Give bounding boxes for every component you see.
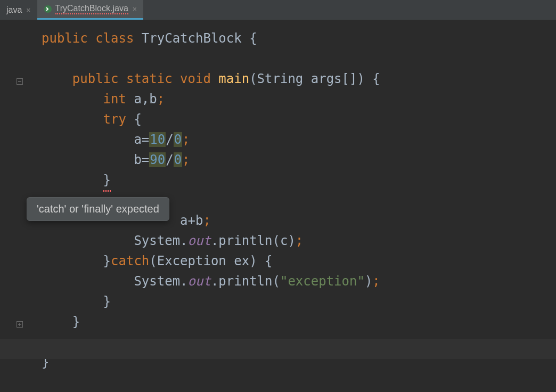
field-out: out [188, 274, 211, 289]
brace-error: } [103, 170, 111, 190]
tab-label: java [6, 5, 22, 15]
keyword-public: public [72, 71, 119, 86]
catch-params: (Exception ex) { [149, 254, 272, 268]
keyword-catch: catch [111, 254, 149, 268]
semicolon: ; [182, 132, 190, 147]
system: System. [134, 233, 187, 248]
assign: b= [134, 152, 149, 167]
java-class-icon [44, 5, 52, 13]
keyword-int: int [103, 92, 126, 107]
fold-collapse-icon[interactable] [16, 78, 23, 85]
method-params: (String args[]) { [249, 71, 380, 86]
semicolon: ; [296, 233, 303, 248]
brace: } [72, 314, 80, 329]
keyword-try: try [103, 112, 126, 127]
semicolon: ; [203, 213, 210, 228]
close-icon[interactable]: × [26, 6, 30, 14]
brace: { [249, 31, 257, 46]
close-paren: ) [365, 274, 372, 289]
fold-end-icon[interactable] [16, 321, 23, 328]
keyword-void: void [180, 71, 211, 86]
assign: a= [134, 132, 149, 147]
expr: a+b [180, 213, 203, 228]
tab-java-inactive[interactable]: java × [0, 0, 37, 20]
tab-trycatchblock-active[interactable]: TryCatchBlock.java × [37, 0, 143, 20]
class-name: TryCatchBlock [142, 31, 242, 46]
code-content[interactable]: public class TryCatchBlock { public stat… [27, 20, 556, 372]
number-literal: 0 [174, 152, 182, 167]
editor-tabs: java × TryCatchBlock.java × [0, 0, 556, 20]
tab-label: TryCatchBlock.java [55, 4, 128, 14]
current-line-highlight [0, 339, 556, 359]
brace: { [134, 112, 141, 127]
semicolon: ; [372, 274, 380, 289]
tooltip-message: 'catch' or 'finally' expected [37, 203, 159, 215]
println: .println(c) [211, 233, 296, 248]
var-decl: a,b [134, 92, 157, 107]
brace: } [103, 294, 111, 309]
operator: / [166, 132, 173, 147]
field-out: out [188, 233, 211, 248]
number-literal: 10 [149, 132, 166, 147]
error-tooltip: 'catch' or 'finally' expected [27, 197, 169, 221]
operator: / [166, 152, 173, 167]
semicolon: ; [157, 92, 165, 107]
string-literal: "exception" [280, 274, 365, 289]
system: System. [134, 274, 187, 289]
keyword-static: static [126, 71, 173, 86]
gutter[interactable] [0, 20, 27, 372]
close-icon[interactable]: × [133, 5, 137, 13]
semicolon: ; [182, 152, 190, 167]
println: .println( [211, 274, 280, 289]
keyword-class: class [95, 31, 134, 46]
editor-area[interactable]: public class TryCatchBlock { public stat… [0, 20, 556, 372]
keyword-public: public [42, 31, 88, 46]
number-literal: 90 [149, 152, 166, 167]
brace: } [103, 254, 111, 268]
number-literal: 0 [174, 132, 182, 147]
method-name: main [218, 71, 249, 86]
